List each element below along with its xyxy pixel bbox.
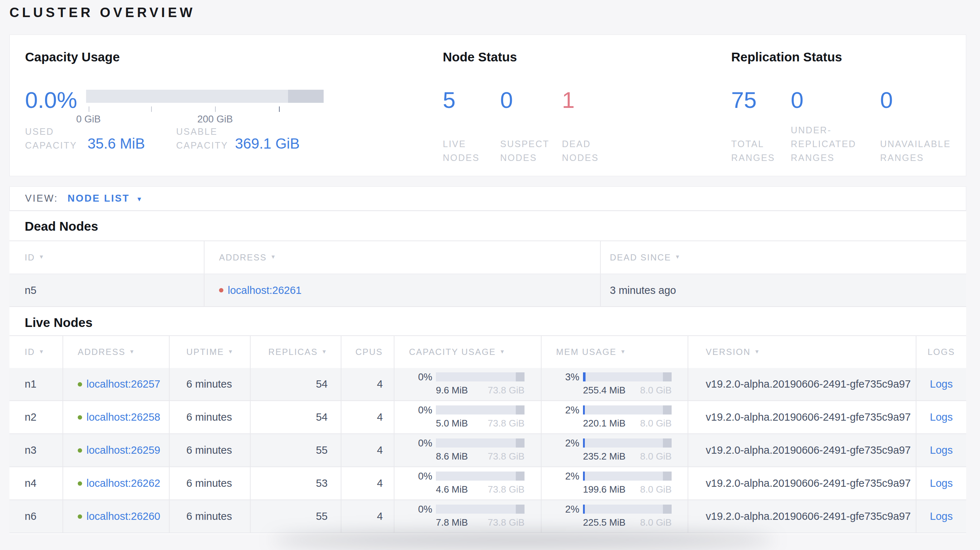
cluster-overview-page: CLUSTER OVERVIEW Capacity Usage 0.0% 0 G… [0,0,980,550]
column-header-version[interactable]: VERSION ▼ [687,336,916,368]
uptime-cell: 6 minutes [169,434,250,466]
under-replicated-ranges-stat: 0 UNDER-REPLICATED RANGES [791,87,880,165]
capacity-bar-reserved-segment [516,472,525,481]
sort-arrow-icon: ▼ [754,348,760,354]
sort-arrow-icon: ▼ [270,254,277,260]
mem-percent: 2% [556,405,579,415]
capacity-percent-value: 0.0% [25,87,72,112]
axis-tick [89,107,89,112]
version-cell: v19.2.0-alpha.20190606-2491-gfe735c9a97 [687,401,916,433]
capacity-usage-cell: 0% 7.8 MiB 73.8 GiB [394,500,541,533]
column-header-uptime[interactable]: UPTIME ▼ [169,336,250,368]
dead-nodes-count: 1 [562,87,627,112]
view-selector-bar: VIEW: NODE LIST ▼ [10,186,966,211]
capacity-usage-title: Capacity Usage [25,49,324,65]
logs-cell: Logs [916,467,966,499]
node-address-link[interactable]: localhost:26258 [86,411,160,423]
node-status-panel: Node Status 5 LIVE NODES 0 SUSPECT NODES… [443,49,627,165]
mem-percent: 2% [556,472,579,481]
axis-tick-label: 200 GiB [197,114,233,125]
mem-bar [583,472,671,481]
mem-total-value: 8.0 GiB [640,517,671,528]
node-id-cell: n1 [10,368,62,401]
logs-cell: Logs [916,434,966,466]
node-address-link[interactable]: localhost:26257 [86,378,160,390]
capacity-usage-cell: 0% 5.0 MiB 73.8 GiB [394,401,541,433]
column-header-address[interactable]: ADDRESS ▼ [62,336,169,368]
logs-link[interactable]: Logs [930,444,953,456]
mem-usage-cell: 2% 220.1 MiB 8.0 GiB [541,401,687,433]
mem-bar-reserved-segment [663,439,671,448]
node-id-cell: n4 [10,467,62,499]
replication-status-title: Replication Status [731,49,967,65]
logs-link[interactable]: Logs [930,378,953,390]
node-address-link[interactable]: localhost:26259 [86,444,160,456]
capacity-percent: 0% [409,372,432,382]
logs-link[interactable]: Logs [930,510,953,522]
sort-arrow-icon: ▼ [129,348,135,354]
node-id-cell: n6 [10,500,62,533]
mem-bar [583,505,671,513]
node-address-link[interactable]: localhost:26260 [86,510,160,522]
caret-down-icon[interactable]: ▼ [136,194,142,203]
version-cell: v19.2.0-alpha.20190606-2491-gfe735c9a97 [687,434,916,466]
dead-status-icon [219,288,223,292]
node-address-cell: localhost:26259 [62,434,169,466]
capacity-total-value: 73.8 GiB [488,418,525,429]
mem-bar-reserved-segment [663,405,671,415]
mem-bar [583,372,671,382]
logs-cell: Logs [916,401,966,433]
view-label: VIEW: [25,193,58,204]
dead-nodes-table: ID ▼ ADDRESS ▼ DEAD SINCE ▼ n5 localhost… [10,240,966,307]
replicas-cell: 53 [250,467,341,499]
sort-arrow-icon: ▼ [500,348,506,354]
summary-card: Capacity Usage 0.0% 0 GiB 200 GiB [10,35,966,176]
node-id-cell: n5 [10,274,204,306]
suspect-nodes-stat: 0 SUSPECT NODES [500,87,562,165]
mem-total-value: 8.0 GiB [640,484,671,495]
live-nodes-table: ID ▼ ADDRESS ▼ UPTIME ▼ REPLICAS ▼ CPUS [10,335,966,533]
column-header-mem-usage[interactable]: MEM USAGE ▼ [541,336,687,368]
total-ranges-count: 75 [731,87,791,112]
bottom-shadow [270,533,775,548]
capacity-used-value: 5.0 MiB [436,418,468,429]
under-replicated-count: 0 [791,87,880,112]
sort-arrow-icon: ▼ [321,348,328,354]
column-header-replicas[interactable]: REPLICAS ▼ [250,336,341,368]
uptime-cell: 6 minutes [169,500,250,533]
column-header-dead-since[interactable]: DEAD SINCE ▼ [600,241,966,273]
mem-bar-fill [583,405,585,415]
mem-total-value: 8.0 GiB [640,385,671,396]
view-dropdown[interactable]: NODE LIST [68,193,130,204]
capacity-bar [436,505,525,513]
node-address-link[interactable]: localhost:26261 [228,285,301,296]
live-nodes-label: LIVE NODES [443,137,497,165]
mem-bar-reserved-segment [663,505,671,513]
mem-total-value: 8.0 GiB [640,451,671,462]
dead-nodes-stat: 1 DEAD NODES [562,87,627,165]
logs-link[interactable]: Logs [930,477,953,490]
live-node-row: n1 localhost:26257 6 minutes 54 4 0% [10,368,966,401]
column-header-id[interactable]: ID ▼ [10,241,204,273]
capacity-usage-cell: 0% 8.6 MiB 73.8 GiB [394,434,541,466]
mem-used-value: 199.6 MiB [583,484,625,495]
logs-link[interactable]: Logs [930,411,953,423]
node-address-link[interactable]: localhost:26262 [86,477,160,490]
column-header-id[interactable]: ID ▼ [10,336,62,368]
column-header-capacity-usage[interactable]: CAPACITY USAGE ▼ [394,336,541,368]
capacity-percent: 0% [409,505,432,514]
mem-bar-fill [583,472,585,481]
capacity-gauge-nonusable-segment [288,90,324,103]
column-header-address[interactable]: ADDRESS ▼ [204,241,600,273]
capacity-bar [436,472,525,481]
node-id-cell: n2 [10,401,62,433]
axis-tick [151,107,152,112]
mem-bar-fill [583,372,585,382]
version-cell: v19.2.0-alpha.20190606-2491-gfe735c9a97 [687,467,916,499]
cpus-cell: 4 [341,368,394,401]
axis-tick [215,107,216,112]
uptime-cell: 6 minutes [169,467,250,499]
sort-arrow-icon: ▼ [228,348,234,354]
mem-bar-fill [583,439,585,448]
live-status-icon [78,481,82,486]
